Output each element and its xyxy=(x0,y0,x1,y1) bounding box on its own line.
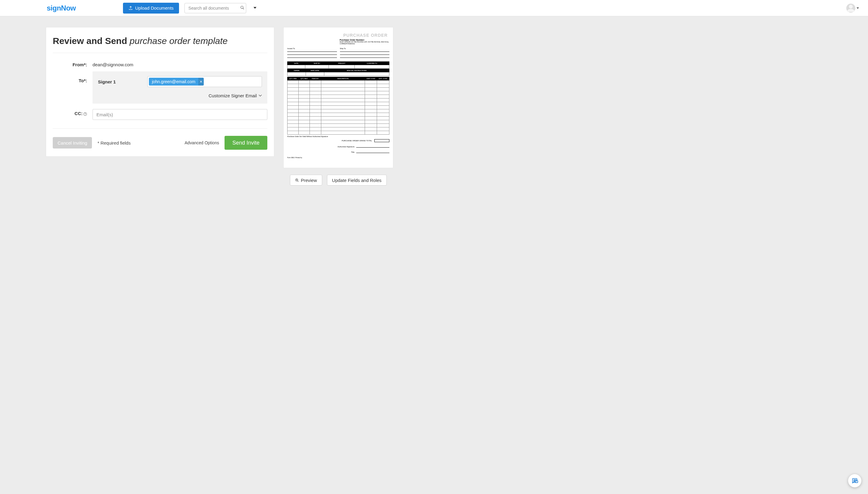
caret-down-icon xyxy=(856,7,859,10)
not-valid-note: Purchase Order Not Valid Without Authori… xyxy=(287,136,389,137)
upload-label: Upload Documents xyxy=(135,5,174,11)
signer-email-field[interactable]: john.green@email.com xyxy=(147,76,262,87)
email-chip: john.green@email.com xyxy=(149,78,204,86)
grand-total-label: PURCHASE ORDER GRAND TOTAL xyxy=(342,140,372,141)
customize-signer-email-link[interactable]: Customize Signer Email xyxy=(208,93,262,98)
caret-down-icon xyxy=(254,6,257,10)
user-menu[interactable] xyxy=(846,4,859,13)
search-wrap xyxy=(184,3,246,13)
title-prefix: Review and Send xyxy=(53,36,130,46)
required-note: * Required fields xyxy=(97,140,130,146)
cc-row: CC: xyxy=(53,109,267,120)
remove-email-button[interactable] xyxy=(198,78,204,86)
email-chip-text: john.green@email.com xyxy=(149,79,198,84)
po-note: MUST APPEAR ON THE PACKING LIST, ON THE … xyxy=(340,41,389,44)
search-input[interactable] xyxy=(184,3,246,13)
divider xyxy=(53,53,267,53)
update-fields-button[interactable]: Update Fields and Roles xyxy=(327,175,387,186)
from-row: From*: dean@signnow.com xyxy=(53,60,267,67)
page-content: Review and Send purchase order template … xyxy=(0,16,868,204)
avatar xyxy=(846,4,855,13)
cc-label: CC: xyxy=(53,109,93,116)
advanced-options-link[interactable]: Advanced Options xyxy=(185,140,219,145)
send-invite-button[interactable]: Send Invite xyxy=(224,136,267,150)
auth-sig-row: Authorized Signature xyxy=(287,145,389,148)
help-icon[interactable] xyxy=(83,112,87,116)
preview-column: PURCHASE ORDER Purchase Order Number: MU… xyxy=(283,27,393,186)
search-icon xyxy=(240,5,244,10)
title-sig-row: Title xyxy=(287,151,389,153)
page-title: Review and Send purchase order template xyxy=(53,36,267,46)
zoom-in-icon xyxy=(295,178,299,182)
signer-label: Signer 1 xyxy=(98,79,143,84)
cancel-inviting-button[interactable]: Cancel Inviting xyxy=(53,137,92,149)
to-row: To*: Signer 1 john.green@email.com xyxy=(53,71,267,103)
close-icon xyxy=(200,80,202,83)
address-row: Issued To Ship To xyxy=(287,48,389,58)
doc-title: PURCHASE ORDER xyxy=(287,33,389,38)
preview-actions: Preview Update Fields and Roles xyxy=(290,175,387,186)
cc-label-text: CC: xyxy=(74,111,82,116)
from-value: dean@signnow.com xyxy=(93,60,267,67)
ship-to-label: Ship To xyxy=(340,48,346,50)
search-button[interactable] xyxy=(240,5,244,11)
document-thumbnail: PURCHASE ORDER Purchase Order Number: MU… xyxy=(283,27,393,168)
upload-documents-button[interactable]: Upload Documents xyxy=(123,3,179,14)
svg-point-0 xyxy=(241,6,243,8)
from-label: From*: xyxy=(53,60,93,67)
card-footer: Cancel Inviting * Required fields Advanc… xyxy=(53,128,267,150)
header-table-2: TERMSSHIP DATESPECIAL INSTRUCTIONS xyxy=(287,69,389,76)
upload-icon xyxy=(128,6,133,10)
auth-sig-label: Authorized Signature xyxy=(337,146,354,148)
chevron-down-icon xyxy=(259,94,262,97)
title-sig-label: Title xyxy=(351,151,354,153)
preview-button-label: Preview xyxy=(301,178,317,183)
po-number-label: Purchase Order Number: xyxy=(340,39,389,41)
preview-button[interactable]: Preview xyxy=(290,175,322,186)
brand-logo: signNow xyxy=(47,4,76,12)
items-table: QTY ORD QTY REC ITEM NO. DESCRIPTION UNI… xyxy=(287,77,389,135)
form-note: Form 3810. Printed by xyxy=(287,157,389,158)
svg-point-3 xyxy=(85,114,85,115)
cc-input[interactable] xyxy=(93,109,267,120)
to-label: To*: xyxy=(53,71,93,83)
top-bar: signNow Upload Documents xyxy=(0,0,868,16)
search-options-dropdown[interactable] xyxy=(252,4,258,12)
svg-point-1 xyxy=(849,4,853,8)
issued-to-label: Issued To xyxy=(287,48,295,50)
grand-total-row: PURCHASE ORDER GRAND TOTAL xyxy=(287,139,389,142)
person-icon xyxy=(846,4,855,13)
invite-card: Review and Send purchase order template … xyxy=(46,27,274,157)
document-name: purchase order template xyxy=(130,36,227,46)
to-block: Signer 1 john.green@email.com Customize … xyxy=(93,71,267,103)
customize-label: Customize Signer Email xyxy=(208,93,257,98)
header-table-1: DATESHIP BYFREIGHTCONFIRM TO xyxy=(287,61,389,69)
